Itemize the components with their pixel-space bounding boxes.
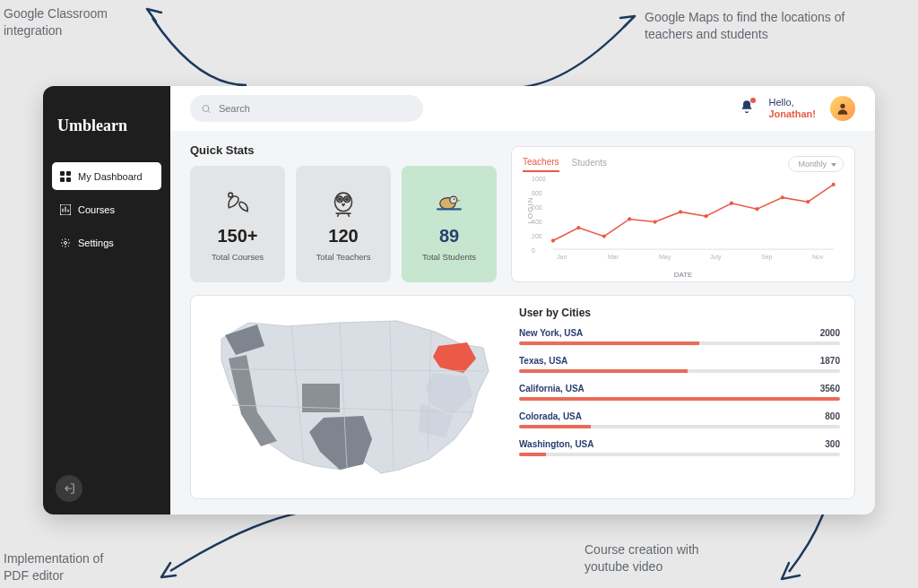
content-area: Quick Stats 150+ Total Courses bbox=[170, 131, 875, 512]
city-row: New York, USA2000 bbox=[519, 328, 840, 345]
sidebar: Umblearn My Dashboard Courses Settings bbox=[43, 86, 170, 514]
annotation-top-left: Google Classroom integration bbox=[4, 5, 108, 39]
search-icon bbox=[201, 103, 212, 115]
chart-xtick: Sep bbox=[761, 254, 772, 260]
city-bar-fill bbox=[519, 342, 699, 345]
annotation-bottom-right: Course creation with youtube video bbox=[585, 541, 699, 575]
chart-ytick: 1000 bbox=[532, 176, 546, 182]
greeting: Hello, Jonathan! bbox=[768, 97, 816, 119]
stat-label: Total Courses bbox=[212, 252, 264, 262]
chart-xtick: May bbox=[659, 254, 671, 260]
svg-rect-2 bbox=[60, 177, 65, 182]
login-chart-panel: Teachers Students Monthly LOGIN 1000 800… bbox=[511, 146, 855, 282]
cities-title: User by Cities bbox=[519, 307, 840, 319]
chart-xlabel: DATE bbox=[523, 271, 844, 279]
cities-list: User by Cities New York, USA2000Texas, U… bbox=[519, 307, 840, 488]
svg-point-21 bbox=[654, 220, 657, 223]
city-value: 2000 bbox=[820, 328, 840, 338]
chart-ytick: 0 bbox=[532, 247, 535, 254]
svg-point-13 bbox=[346, 198, 348, 200]
svg-point-23 bbox=[704, 214, 707, 218]
annotation-arrow-icon bbox=[117, 0, 251, 94]
sidebar-item-dashboard[interactable]: My Dashboard bbox=[52, 162, 161, 190]
city-bar-fill bbox=[519, 397, 840, 401]
logout-icon bbox=[63, 482, 75, 495]
search-input[interactable] bbox=[219, 103, 412, 114]
city-row: Washington, USA300 bbox=[519, 439, 840, 456]
chart-xtick: Nov bbox=[812, 254, 823, 260]
svg-point-28 bbox=[832, 183, 836, 186]
sidebar-item-settings[interactable]: Settings bbox=[52, 229, 161, 256]
svg-point-5 bbox=[64, 241, 66, 244]
chart-xtick: Mar bbox=[608, 254, 619, 260]
svg-point-25 bbox=[755, 207, 758, 211]
notifications-button[interactable] bbox=[740, 99, 754, 117]
city-name: Colorada, USA bbox=[519, 411, 582, 421]
city-bar-fill bbox=[519, 425, 591, 428]
line-chart bbox=[523, 172, 844, 269]
stat-cards: 150+ Total Courses 120 Total Teachers bbox=[190, 166, 497, 282]
svg-point-9 bbox=[335, 193, 352, 212]
bird-icon bbox=[431, 186, 467, 220]
owl-icon bbox=[325, 186, 361, 220]
stat-value: 150+ bbox=[217, 226, 257, 246]
tab-students[interactable]: Students bbox=[572, 158, 607, 171]
sidebar-item-label: My Dashboard bbox=[78, 171, 143, 182]
stat-card-students: 89 Total Students bbox=[402, 166, 497, 282]
chart-ytick: 400 bbox=[532, 219, 542, 225]
svg-point-22 bbox=[679, 210, 682, 213]
svg-point-19 bbox=[602, 234, 606, 238]
svg-point-20 bbox=[628, 217, 631, 220]
sidebar-item-courses[interactable]: Courses bbox=[52, 195, 161, 223]
stat-label: Total Students bbox=[422, 252, 476, 262]
svg-point-27 bbox=[806, 200, 810, 203]
logout-button[interactable] bbox=[56, 475, 82, 502]
main-area: Hello, Jonathan! Quick Stats 150+ bbox=[170, 86, 875, 514]
svg-point-17 bbox=[551, 238, 555, 242]
stat-value: 120 bbox=[328, 226, 358, 246]
stat-card-teachers: 120 Total Teachers bbox=[296, 166, 391, 282]
chart-icon bbox=[59, 203, 71, 215]
city-bar-track bbox=[519, 342, 840, 345]
avatar[interactable] bbox=[830, 96, 855, 121]
app-window: Umblearn My Dashboard Courses Settings bbox=[43, 86, 875, 514]
svg-point-16 bbox=[454, 198, 455, 200]
chart-ytick: 200 bbox=[532, 233, 542, 239]
city-value: 3560 bbox=[820, 384, 840, 393]
usa-map-svg bbox=[205, 307, 501, 486]
city-name: Washington, USA bbox=[519, 439, 594, 449]
svg-point-12 bbox=[339, 198, 341, 200]
chart-body: LOGIN 1000 800 600 400 200 0 Jan Mar May… bbox=[523, 172, 844, 269]
user-by-cities-panel: User by Cities New York, USA2000Texas, U… bbox=[190, 295, 855, 499]
brand-logo: Umblearn bbox=[52, 99, 161, 162]
svg-point-6 bbox=[203, 105, 209, 111]
city-row: California, USA3560 bbox=[519, 384, 840, 401]
svg-point-18 bbox=[576, 226, 580, 229]
chart-ytick: 600 bbox=[532, 204, 542, 211]
annotation-bottom-left: Implementation of PDF editor bbox=[4, 550, 103, 584]
chart-ytick: 800 bbox=[532, 190, 542, 196]
city-bar-track bbox=[519, 425, 840, 428]
stat-card-courses: 150+ Total Courses bbox=[190, 166, 285, 282]
notification-dot-icon bbox=[750, 98, 756, 103]
tab-teachers[interactable]: Teachers bbox=[523, 157, 559, 172]
chart-xtick: July bbox=[710, 254, 721, 260]
svg-rect-0 bbox=[60, 171, 65, 176]
svg-point-26 bbox=[781, 195, 784, 199]
city-bar-track bbox=[519, 453, 840, 456]
city-bar-fill bbox=[519, 369, 688, 373]
sidebar-item-label: Courses bbox=[78, 204, 115, 215]
annotation-arrow-icon bbox=[143, 504, 332, 588]
sidebar-item-label: Settings bbox=[78, 238, 114, 248]
city-bar-track bbox=[519, 397, 840, 401]
svg-point-24 bbox=[730, 202, 733, 205]
city-value: 300 bbox=[825, 439, 840, 449]
search-box[interactable] bbox=[190, 95, 423, 122]
city-bar-track bbox=[519, 369, 840, 373]
city-row: Texas, USA1870 bbox=[519, 356, 840, 373]
svg-rect-3 bbox=[66, 177, 71, 182]
city-value: 800 bbox=[825, 411, 840, 421]
leaf-icon bbox=[220, 186, 255, 220]
period-dropdown[interactable]: Monthly bbox=[788, 156, 844, 172]
greeting-name: Jonathan! bbox=[768, 108, 816, 120]
